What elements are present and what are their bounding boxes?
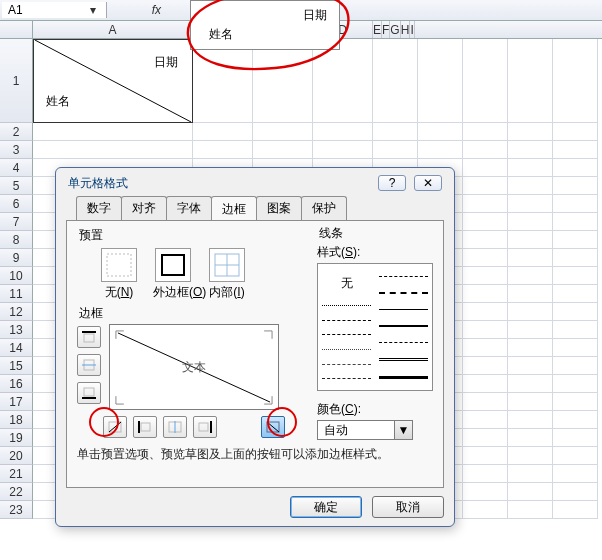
border-right-button[interactable] xyxy=(193,416,217,438)
cell[interactable] xyxy=(508,141,553,159)
column-header-I[interactable]: I xyxy=(410,21,414,38)
cell[interactable] xyxy=(508,195,553,213)
cell[interactable] xyxy=(553,195,598,213)
line-style-option[interactable] xyxy=(322,334,371,335)
row-header-3[interactable]: 3 xyxy=(0,141,33,159)
border-horizontal-middle-button[interactable] xyxy=(77,354,101,376)
row-header-13[interactable]: 13 xyxy=(0,321,33,339)
row-header-23[interactable]: 23 xyxy=(0,501,33,519)
cell[interactable] xyxy=(373,39,418,123)
border-bottom-button[interactable] xyxy=(77,382,101,404)
cell[interactable] xyxy=(463,267,508,285)
cell[interactable] xyxy=(463,141,508,159)
line-style-list[interactable]: 无 xyxy=(317,263,433,391)
cell[interactable] xyxy=(553,447,598,465)
cell[interactable] xyxy=(313,141,373,159)
cell[interactable] xyxy=(508,447,553,465)
cell[interactable] xyxy=(193,141,253,159)
cell[interactable] xyxy=(508,159,553,177)
cell[interactable] xyxy=(553,393,598,411)
line-style-option[interactable] xyxy=(379,325,428,327)
line-style-option[interactable] xyxy=(379,276,428,277)
cell[interactable] xyxy=(463,195,508,213)
cell[interactable] xyxy=(553,177,598,195)
line-style-option[interactable] xyxy=(322,364,371,365)
line-style-option[interactable] xyxy=(322,378,371,379)
tab-border[interactable]: 边框 xyxy=(211,196,257,221)
cell[interactable] xyxy=(508,465,553,483)
cell[interactable] xyxy=(553,357,598,375)
cell[interactable] xyxy=(463,177,508,195)
cell[interactable] xyxy=(508,177,553,195)
line-style-option[interactable] xyxy=(379,292,428,294)
cell[interactable] xyxy=(463,357,508,375)
cell[interactable] xyxy=(193,123,253,141)
cell[interactable] xyxy=(553,159,598,177)
cell[interactable] xyxy=(463,393,508,411)
cell[interactable] xyxy=(553,429,598,447)
preset-outline-button[interactable]: 外边框(O) xyxy=(153,248,193,301)
tab-font[interactable]: 字体 xyxy=(166,196,212,220)
cell[interactable] xyxy=(553,375,598,393)
column-header-F[interactable]: F xyxy=(382,21,390,38)
name-box-dropdown-icon[interactable]: ▾ xyxy=(86,3,100,17)
cell[interactable] xyxy=(463,285,508,303)
cell[interactable] xyxy=(463,375,508,393)
cell[interactable] xyxy=(553,267,598,285)
cell[interactable] xyxy=(373,141,418,159)
line-style-option[interactable] xyxy=(322,349,371,350)
row-header-7[interactable]: 7 xyxy=(0,213,33,231)
cell[interactable] xyxy=(463,159,508,177)
cell[interactable] xyxy=(253,39,313,123)
cell[interactable] xyxy=(193,39,253,123)
cell[interactable] xyxy=(508,303,553,321)
cell[interactable] xyxy=(373,123,418,141)
row-header-17[interactable]: 17 xyxy=(0,393,33,411)
cell[interactable] xyxy=(553,285,598,303)
cell[interactable] xyxy=(553,141,598,159)
preset-none-button[interactable]: 无(N) xyxy=(99,248,139,301)
cell[interactable] xyxy=(33,141,193,159)
cell[interactable] xyxy=(463,123,508,141)
cell[interactable] xyxy=(508,321,553,339)
line-style-option[interactable] xyxy=(379,376,428,379)
row-header-8[interactable]: 8 xyxy=(0,231,33,249)
cell[interactable] xyxy=(508,285,553,303)
cell[interactable] xyxy=(463,213,508,231)
cell[interactable] xyxy=(553,213,598,231)
cell[interactable] xyxy=(553,501,598,519)
cell[interactable] xyxy=(463,303,508,321)
line-style-option[interactable] xyxy=(322,305,371,306)
select-all-corner[interactable] xyxy=(0,21,33,38)
preset-inside-button[interactable]: 内部(I) xyxy=(207,248,247,301)
cell[interactable] xyxy=(508,339,553,357)
cell[interactable] xyxy=(463,231,508,249)
cell[interactable] xyxy=(463,483,508,501)
cell[interactable] xyxy=(253,123,313,141)
row-header-4[interactable]: 4 xyxy=(0,159,33,177)
row-header-14[interactable]: 14 xyxy=(0,339,33,357)
cell[interactable] xyxy=(508,39,553,123)
line-style-option[interactable] xyxy=(322,320,371,321)
column-header-G[interactable]: G xyxy=(390,21,400,38)
cell[interactable] xyxy=(553,321,598,339)
cell[interactable] xyxy=(463,39,508,123)
tab-number[interactable]: 数字 xyxy=(76,196,122,220)
cell[interactable] xyxy=(553,411,598,429)
cell[interactable] xyxy=(418,141,463,159)
cell[interactable] xyxy=(463,411,508,429)
cell[interactable] xyxy=(463,429,508,447)
dialog-help-button[interactable]: ? xyxy=(378,175,406,191)
dialog-titlebar[interactable]: 单元格格式 ? ✕ xyxy=(66,174,444,196)
cell[interactable] xyxy=(313,39,373,123)
cell[interactable] xyxy=(508,411,553,429)
border-color-dropdown[interactable]: 自动 ▼ xyxy=(317,420,413,440)
column-header-H[interactable]: H xyxy=(401,21,411,38)
tab-align[interactable]: 对齐 xyxy=(121,196,167,220)
ok-button[interactable]: 确定 xyxy=(290,496,362,518)
fx-button[interactable]: fx xyxy=(107,0,167,20)
border-preview[interactable]: 文本 xyxy=(109,324,279,410)
row-header-9[interactable]: 9 xyxy=(0,249,33,267)
border-vertical-middle-button[interactable] xyxy=(163,416,187,438)
cell[interactable] xyxy=(463,339,508,357)
